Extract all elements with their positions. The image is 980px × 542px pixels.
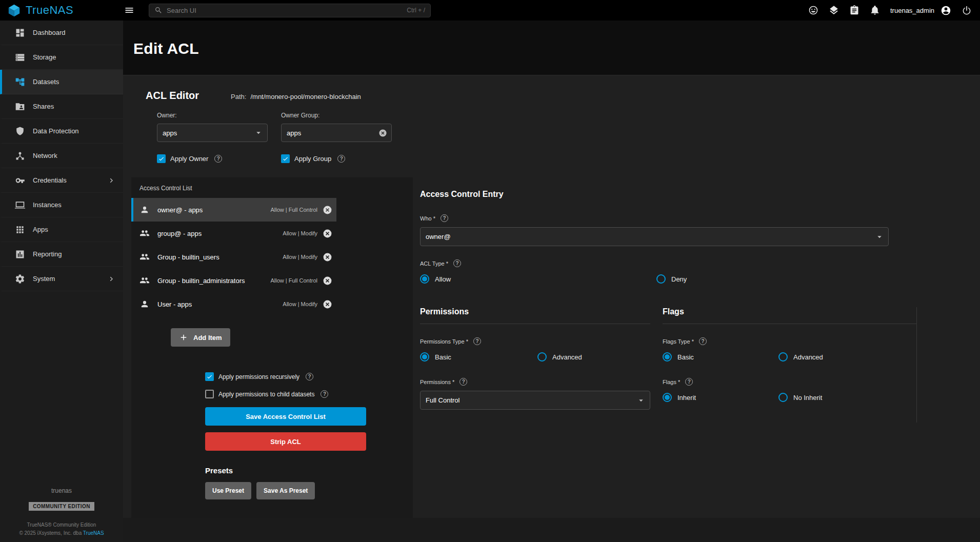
flags-radio-group: Inherit No Inherit bbox=[663, 393, 916, 402]
deny-radio[interactable]: Deny bbox=[656, 274, 687, 284]
apply-group-checkbox[interactable] bbox=[281, 154, 290, 163]
permissions-advanced-radio[interactable]: Advanced bbox=[537, 352, 582, 362]
flags-advanced-radio[interactable]: Advanced bbox=[778, 352, 823, 362]
check-icon bbox=[158, 155, 165, 162]
remove-entry-button[interactable] bbox=[323, 229, 332, 238]
alerts-button[interactable] bbox=[870, 5, 880, 15]
remove-entry-button[interactable] bbox=[323, 252, 332, 262]
recursive-label: Apply permissions recursively bbox=[218, 373, 299, 380]
sidebar-item-datasets[interactable]: Datasets bbox=[0, 70, 123, 94]
sidebar-item-label: Shares bbox=[33, 103, 54, 110]
clear-circle-icon bbox=[378, 129, 387, 137]
no-inherit-radio[interactable]: No Inherit bbox=[778, 393, 822, 402]
help-icon[interactable]: ? bbox=[214, 155, 222, 163]
acl-entry-row[interactable]: owner@ - apps Allow | Full Control bbox=[131, 198, 336, 222]
remove-entry-button[interactable] bbox=[323, 299, 332, 309]
help-icon[interactable]: ? bbox=[321, 390, 328, 398]
truenas-link[interactable]: TrueNAS bbox=[83, 530, 104, 536]
help-icon[interactable]: ? bbox=[453, 259, 461, 267]
child-datasets-checkbox[interactable] bbox=[205, 390, 214, 398]
sidebar-item-dashboard[interactable]: Dashboard bbox=[0, 21, 123, 45]
flags-basic-radio[interactable]: Basic bbox=[663, 352, 778, 362]
entry-detail: Allow | Modify bbox=[283, 301, 317, 307]
strip-acl-button[interactable]: Strip ACL bbox=[205, 432, 366, 451]
no-inherit-label: No Inherit bbox=[793, 394, 822, 402]
use-preset-button[interactable]: Use Preset bbox=[205, 482, 251, 499]
sidebar-item-storage[interactable]: Storage bbox=[0, 45, 123, 70]
flags-column: Flags Flags Type * ? Basic bbox=[663, 307, 917, 423]
feedback-button[interactable] bbox=[808, 5, 818, 15]
acl-editor-card: ACL Editor Path:/mnt/monero-pool/monero-… bbox=[123, 75, 980, 518]
cancel-icon bbox=[323, 276, 332, 286]
owner-group-clear-button[interactable] bbox=[378, 129, 387, 137]
save-as-preset-button[interactable]: Save As Preset bbox=[256, 482, 315, 499]
remove-entry-button[interactable] bbox=[323, 276, 332, 286]
bar-chart-icon bbox=[15, 249, 25, 259]
acl-entry-row[interactable]: Group - builtin_users Allow | Modify bbox=[131, 245, 336, 269]
sidebar-item-data-protection[interactable]: Data Protection bbox=[0, 119, 123, 144]
permissions-heading: Permissions bbox=[420, 307, 650, 324]
search-shortcut: Ctrl + / bbox=[407, 7, 425, 14]
acl-entry-row[interactable]: Group - builtin_administrators Allow | F… bbox=[131, 269, 336, 292]
sidebar-item-label: Dashboard bbox=[33, 29, 66, 36]
menu-button[interactable] bbox=[124, 5, 134, 15]
inherit-radio[interactable]: Inherit bbox=[663, 393, 778, 402]
search-icon bbox=[154, 6, 163, 14]
who-label-row: Who * ? bbox=[420, 214, 980, 222]
recursive-checkbox[interactable] bbox=[205, 372, 214, 381]
brand[interactable]: TrueNAS bbox=[0, 4, 116, 17]
help-icon[interactable]: ? bbox=[441, 214, 448, 222]
sidebar-item-credentials[interactable]: Credentials bbox=[0, 168, 123, 193]
entry-detail: Allow | Modify bbox=[283, 254, 317, 260]
footer-line1: TrueNAS® Community Edition bbox=[0, 521, 123, 529]
tasks-button[interactable] bbox=[849, 5, 859, 15]
radio-unselected-icon bbox=[656, 274, 666, 284]
group-icon bbox=[139, 228, 150, 238]
page-title: Edit ACL bbox=[133, 40, 980, 57]
sidebar-item-shares[interactable]: Shares bbox=[0, 94, 123, 119]
sidebar-item-apps[interactable]: Apps bbox=[0, 217, 123, 242]
truenas-logo-icon bbox=[7, 4, 21, 17]
jobs-button[interactable] bbox=[829, 5, 839, 15]
apply-owner-checkbox[interactable] bbox=[157, 154, 166, 163]
sidebar-item-system[interactable]: System bbox=[0, 267, 123, 291]
deny-label: Deny bbox=[671, 275, 687, 283]
sidebar-item-label: Credentials bbox=[33, 176, 67, 184]
sidebar-item-instances[interactable]: Instances bbox=[0, 193, 123, 217]
power-button[interactable] bbox=[962, 5, 972, 15]
permissions-select[interactable]: Full Control bbox=[420, 391, 650, 410]
help-icon[interactable]: ? bbox=[699, 337, 707, 345]
entry-name: group@ - apps bbox=[157, 230, 202, 237]
allow-radio[interactable]: Allow bbox=[420, 274, 656, 284]
remove-entry-button[interactable] bbox=[323, 205, 332, 215]
preset-buttons: Use Preset Save As Preset bbox=[205, 482, 366, 499]
add-item-button[interactable]: Add Item bbox=[171, 328, 230, 347]
app-root: TrueNAS Search UI Ctrl + / truenas_ad bbox=[0, 0, 980, 542]
help-icon[interactable]: ? bbox=[306, 373, 313, 380]
entry-name: Group - builtin_administrators bbox=[157, 277, 245, 285]
save-acl-button[interactable]: Save Access Control List bbox=[205, 407, 366, 426]
search-input[interactable]: Search UI Ctrl + / bbox=[149, 4, 431, 17]
help-icon[interactable]: ? bbox=[459, 378, 467, 386]
owner-select[interactable]: apps bbox=[157, 124, 268, 142]
cancel-icon bbox=[323, 205, 332, 215]
owner-group-input[interactable]: apps bbox=[281, 124, 392, 142]
help-icon[interactable]: ? bbox=[685, 378, 693, 386]
user-menu-button[interactable]: truenas_admin bbox=[890, 5, 951, 16]
acl-entry-row[interactable]: group@ - apps Allow | Modify bbox=[131, 222, 336, 245]
permissions-basic-radio[interactable]: Basic bbox=[420, 352, 537, 362]
search-placeholder: Search UI bbox=[167, 7, 196, 14]
sidebar-item-reporting[interactable]: Reporting bbox=[0, 242, 123, 267]
permissions-label: Permissions * bbox=[420, 379, 454, 385]
help-icon[interactable]: ? bbox=[473, 337, 481, 345]
datasets-icon bbox=[15, 77, 25, 87]
chevron-down-icon bbox=[636, 396, 646, 405]
dashboard-icon bbox=[15, 28, 25, 38]
help-icon[interactable]: ? bbox=[337, 155, 345, 163]
acl-entry-row[interactable]: User - apps Allow | Modify bbox=[131, 292, 336, 316]
acl-actions: Apply permissions recursively ? Apply pe… bbox=[205, 372, 366, 499]
sidebar-footer: truenas COMMUNITY EDITION TrueNAS® Commu… bbox=[0, 487, 123, 537]
dataset-path: Path:/mnt/monero-pool/monero-blockchain bbox=[231, 93, 361, 101]
who-select[interactable]: owner@ bbox=[420, 227, 889, 246]
sidebar-item-network[interactable]: Network bbox=[0, 144, 123, 168]
